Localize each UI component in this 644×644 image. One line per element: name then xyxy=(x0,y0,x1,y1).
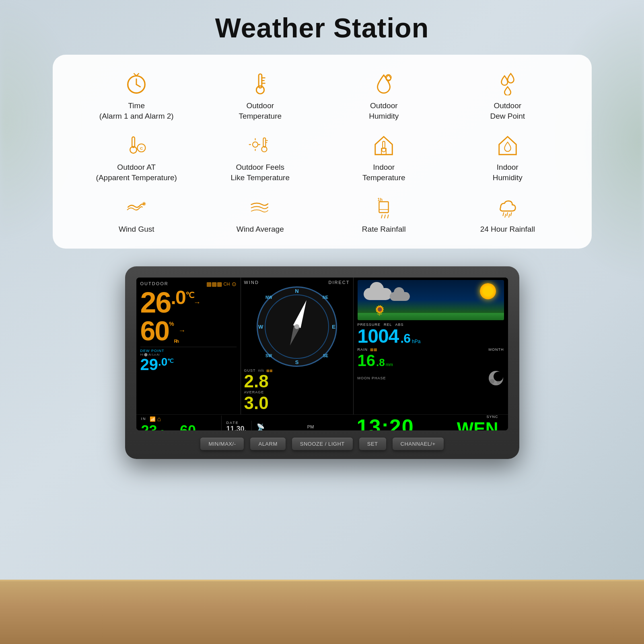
outdoor-temp-display: 26.0 ℃ → xyxy=(140,288,237,317)
outdoor-temp-value: 26 xyxy=(140,288,171,317)
svg-line-38 xyxy=(507,212,508,216)
svg-line-39 xyxy=(510,212,511,216)
svg-line-2 xyxy=(136,84,140,87)
feature-rate-rainfall-label: Rate Rainfall xyxy=(362,224,406,235)
compass-ne: NE xyxy=(323,295,328,300)
panel-wind: WIND DIRECT N S E W NE xyxy=(241,278,354,414)
btn-alarm[interactable]: ALARM xyxy=(250,438,285,450)
outdoor-humidity-unit: % xyxy=(169,321,173,327)
feature-outdoor-at: C Outdoor AT (Apparent Temperature) xyxy=(77,132,197,183)
svg-text:C: C xyxy=(140,146,143,150)
rain-decimal: .8 xyxy=(376,357,385,368)
moon-phase-label: MOON PHASE xyxy=(358,376,386,380)
compass-west: W xyxy=(258,324,263,330)
device-body: OUTDOOR ▩▩▩ CH ⊙ 26.0 ℃ → xyxy=(125,266,519,459)
rain-label: RAIN xyxy=(358,348,368,352)
feature-outdoor-humidity: Outdoor Humidity xyxy=(324,71,444,121)
feature-outdoor-dew: Outdoor Dew Point xyxy=(448,71,568,121)
compass-nw: NW xyxy=(265,295,272,300)
day-sync-col: SYNC WEN xyxy=(457,415,498,430)
pressure-unit: hPa xyxy=(412,339,420,344)
time-value: 13:20 xyxy=(357,416,414,430)
home-icon: ⌂ xyxy=(157,416,161,423)
pressure-section: PRESSURE REL ABS 1004 .6 hPa xyxy=(358,323,504,346)
device-screen: OUTDOOR ▩▩▩ CH ⊙ 26.0 ℃ → xyxy=(136,278,508,430)
pressure-decimal: .6 xyxy=(400,332,410,345)
rate-rain-icon: 1h xyxy=(372,194,395,220)
feature-24hr-rainfall-label: 24 Hour Rainfall xyxy=(480,224,535,235)
temp-arrow: → xyxy=(193,299,200,306)
wind-gust-icon xyxy=(125,194,148,220)
feature-outdoor-humidity-label: Outdoor Humidity xyxy=(369,101,399,121)
wind-avg-icon xyxy=(249,194,272,220)
dew-point-label: DEW POINT xyxy=(140,349,237,353)
svg-point-44 xyxy=(490,379,494,384)
btn-set[interactable]: SET xyxy=(359,438,386,450)
pm-label: PM xyxy=(307,424,314,429)
direct-label: DIRECT xyxy=(329,280,350,285)
svg-point-15 xyxy=(253,142,258,147)
hour-rain-icon xyxy=(496,194,519,220)
separator: ~ xyxy=(173,428,177,430)
svg-line-34 xyxy=(381,215,382,218)
signal-icon: ▩▩▩ xyxy=(206,281,222,287)
date-section: DATE 11.30. xyxy=(222,421,252,431)
indoor-temp-icon xyxy=(372,132,395,158)
svg-line-40 xyxy=(505,214,506,217)
humidity-outdoor-icon xyxy=(372,71,395,97)
date-value: 11.30. xyxy=(226,425,247,431)
svg-line-35 xyxy=(385,215,385,218)
screen-main: OUTDOOR ▩▩▩ CH ⊙ 26.0 ℃ → xyxy=(136,278,508,414)
feature-rate-rainfall: 1h Rate Rainfall xyxy=(324,194,444,235)
in-humidity-value: 60 xyxy=(180,424,196,430)
date-label: DATE xyxy=(226,421,247,425)
btn-min-max[interactable]: MIN/MAX/- xyxy=(200,438,244,450)
device-section: OUTDOOR ▩▩▩ CH ⊙ 26.0 ℃ → xyxy=(125,266,519,459)
svg-point-45 xyxy=(497,381,500,384)
indoor-humidity-icon xyxy=(496,132,519,158)
wind-label: WIND xyxy=(244,280,259,285)
dew-temp-value: 29 xyxy=(140,356,158,372)
btn-channel[interactable]: CHANNAEL/+ xyxy=(393,438,444,450)
compass-center xyxy=(294,324,299,329)
day-value: WEN xyxy=(457,419,498,430)
dew-value-display: 29.0 ℃ xyxy=(140,356,237,372)
dew-unit: ℃ xyxy=(167,358,174,364)
btn-snooze-light[interactable]: SNOOZE / LIGHT xyxy=(292,438,353,450)
wifi-icon: 📶 xyxy=(150,416,156,422)
rain-value-row: 16 .8 mm xyxy=(358,352,504,368)
compass-se: SE xyxy=(323,354,328,358)
rain-unit: mm xyxy=(386,362,393,367)
pressure-value: 1004 xyxy=(358,327,399,346)
clock-icon xyxy=(125,71,148,97)
compass-sw: SW xyxy=(265,354,272,358)
feature-wind-gust-label: Wind Gust xyxy=(119,224,154,235)
compass-container: N S E W NE NW SE SW xyxy=(244,286,350,367)
screen-bottom: IN 📶 ⌂ 23 .2 ℃ ~ 60 % Rh xyxy=(136,414,508,430)
feature-wind-gust: Wind Gust xyxy=(77,194,197,235)
panel-weather: 🌻 PRESSURE REL ABS 1004 .6 xyxy=(354,278,508,414)
device-buttons: MIN/MAX/- ALARM SNOOZE / LIGHT SET CHANN… xyxy=(136,430,508,459)
channel-label: CH xyxy=(224,282,230,286)
wind-gust-value: 2.8 xyxy=(244,372,350,390)
weather-scene: 🌻 xyxy=(358,280,504,320)
outdoor-temp-decimal: .0 xyxy=(171,288,185,307)
svg-line-36 xyxy=(388,215,389,218)
svg-rect-20 xyxy=(263,138,265,147)
feature-indoor-temp: Indoor Temperature xyxy=(324,132,444,183)
indoor-section: IN 📶 ⌂ 23 .2 ℃ ~ 60 % Rh xyxy=(141,416,222,430)
feels-like-icon xyxy=(249,132,272,158)
dew-outdoor-icon xyxy=(496,71,519,97)
page-title: Weather Station xyxy=(215,12,429,43)
wind-avg-value: 3.0 xyxy=(244,394,350,412)
scene-cloud-secondary xyxy=(390,292,410,301)
feature-wind-avg: Wind Average xyxy=(200,194,320,235)
feature-outdoor-at-label: Outdoor AT (Apparent Temperature) xyxy=(96,162,177,183)
scene-flower-icon: 🌻 xyxy=(374,305,386,316)
scene-sun xyxy=(480,283,496,299)
compass-south: S xyxy=(295,359,299,365)
feature-time: Time (Alarm 1 and Alarm 2) xyxy=(77,71,197,121)
rain-value: 16 xyxy=(358,352,376,368)
svg-line-37 xyxy=(503,212,504,216)
scene-cloud-main xyxy=(364,288,392,300)
